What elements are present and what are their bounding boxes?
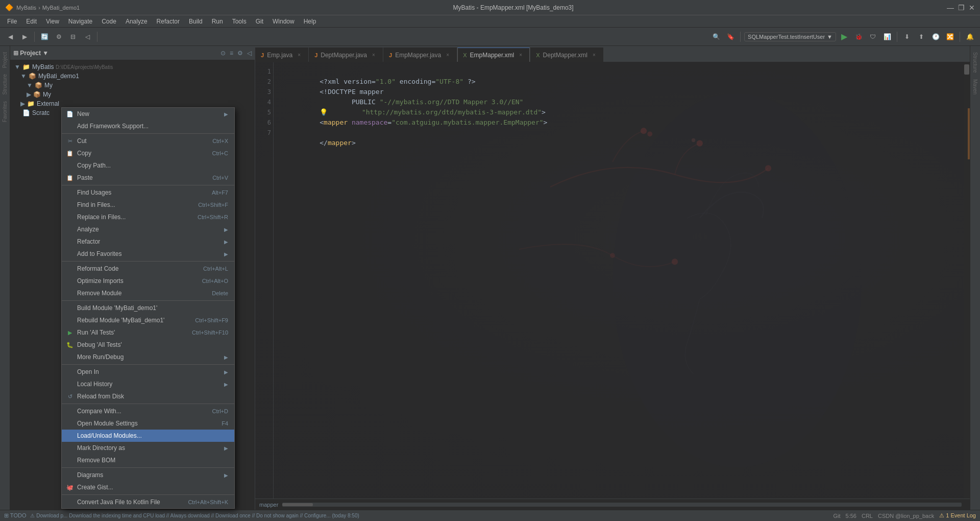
tab-close-1[interactable]: ×	[296, 52, 303, 59]
history-btn[interactable]: 🕐	[929, 31, 942, 43]
project-panel-label[interactable]: Project	[1, 50, 9, 70]
editor-content[interactable]: 1 2 3 4 5 6 7 <?xml version="1.0" encodi…	[255, 62, 970, 499]
ctx-more-run[interactable]: More Run/Debug ▶	[62, 351, 234, 363]
scrollbar-right[interactable]	[964, 62, 970, 499]
menu-window[interactable]: Window	[268, 17, 299, 26]
ctx-create-gist[interactable]: 🐙 Create Gist...	[62, 481, 234, 493]
tab-empmapper-xml[interactable]: X EmpMapper.xml ×	[457, 48, 530, 62]
code-editor[interactable]: <?xml version="1.0" encoding="UTF-8" ?> …	[274, 62, 964, 499]
menu-navigate[interactable]: Navigate	[64, 17, 96, 26]
tab-close-3[interactable]: ×	[444, 52, 451, 59]
project-toolbar-icon2[interactable]: ≡	[230, 50, 233, 57]
toolbar-collapse-btn[interactable]: ⊟	[67, 31, 79, 43]
ctx-find-files[interactable]: Find in Files... Ctrl+Shift+F	[62, 199, 234, 211]
tree-item-mybatis[interactable]: ▼ 📁 MyBatis D:\IDEA\projects\MyBatis	[10, 62, 255, 72]
tab-empmapper-java[interactable]: J EmpMapper.java ×	[383, 48, 457, 62]
close-button[interactable]: ✕	[969, 4, 975, 12]
notification-btn[interactable]: 🔔	[964, 31, 976, 43]
ctx-remove-module[interactable]: Remove Module Delete	[62, 287, 234, 299]
menu-build[interactable]: Build	[185, 17, 207, 26]
favorites-label[interactable]: Favorites	[1, 99, 9, 124]
line-ending[interactable]: CRL	[862, 513, 873, 519]
structure-panel-label[interactable]: Structure	[971, 50, 979, 75]
tab-deptmapper-java[interactable]: J DeptMapper.java ×	[309, 48, 383, 62]
todo-label[interactable]: ⊞ TODO	[4, 512, 26, 519]
project-toolbar-icon3[interactable]: ⚙	[237, 50, 243, 57]
tab-deptmapper-xml[interactable]: X DeptMapper.xml ×	[530, 48, 603, 62]
ctx-reformat[interactable]: Reformat Code Ctrl+Alt+L	[62, 263, 234, 275]
menu-view[interactable]: View	[42, 17, 63, 26]
ctx-optimize-imports[interactable]: Optimize Imports Ctrl+Alt+O	[62, 275, 234, 287]
ctx-copy[interactable]: 📋 Copy Ctrl+C	[62, 147, 234, 159]
run-button[interactable]: ▶	[838, 31, 850, 43]
git-update-btn[interactable]: ⬇	[901, 31, 913, 43]
toolbar-search-btn[interactable]: 🔍	[710, 31, 722, 43]
ctx-mark-dir[interactable]: Mark Directory as ▶	[62, 442, 234, 454]
ctx-build-module[interactable]: Build Module 'MyBati_demo1'	[62, 302, 234, 314]
ctx-load-unload[interactable]: Load/Unload Modules...	[62, 430, 234, 442]
toolbar-hide-btn[interactable]: ◁	[81, 31, 93, 43]
ctx-find-usages[interactable]: Find Usages Alt+F7	[62, 186, 234, 199]
menu-refactor[interactable]: Refactor	[153, 17, 184, 26]
ctx-replace-files[interactable]: Replace in Files... Ctrl+Shift+R	[62, 211, 234, 223]
menu-analyze[interactable]: Analyze	[121, 17, 152, 26]
profile-button[interactable]: 📊	[881, 31, 893, 43]
tree-item-my1[interactable]: ▼ 📦 My	[10, 81, 255, 90]
tree-item-label5: External	[37, 100, 59, 107]
menu-code[interactable]: Code	[97, 17, 120, 26]
debug-button[interactable]: 🐞	[852, 31, 865, 43]
git-status[interactable]: Git	[833, 513, 840, 519]
ctx-diagrams[interactable]: Diagrams ▶	[62, 469, 234, 481]
toolbar-settings-btn[interactable]: ⚙	[53, 31, 65, 43]
ctx-reload[interactable]: ↺ Reload from Disk	[62, 390, 234, 402]
ctx-rebuild-module[interactable]: Rebuild Module 'MyBati_demo1' Ctrl+Shift…	[62, 314, 234, 326]
ctx-open-in[interactable]: Open In ▶	[62, 366, 234, 378]
ctx-convert-kotlin[interactable]: Convert Java File to Kotlin File Ctrl+Al…	[62, 496, 234, 508]
ctx-local-history[interactable]: Local History ▶	[62, 378, 234, 390]
tab-close-4[interactable]: ×	[517, 52, 524, 59]
tab-emp-java[interactable]: J Emp.java ×	[255, 48, 308, 62]
maven-panel-label[interactable]: Maven	[971, 77, 979, 97]
ctx-paste[interactable]: 📋 Paste Ctrl+V	[62, 172, 234, 184]
menu-tools[interactable]: Tools	[228, 17, 251, 26]
breadcrumb-item-2[interactable]: MyBati_demo1	[42, 5, 80, 11]
tree-item-my2[interactable]: ▶ 📦 My	[10, 90, 255, 99]
menu-file[interactable]: File	[3, 17, 21, 26]
ctx-run-tests[interactable]: ▶ Run 'All Tests' Ctrl+Shift+F10	[62, 326, 234, 339]
toolbar-bookmark-btn[interactable]: 🔖	[724, 31, 737, 43]
ctx-analyze[interactable]: Analyze ▶	[62, 223, 234, 235]
tab-close-2[interactable]: ×	[370, 52, 377, 59]
coverage-button[interactable]: 🛡	[867, 31, 879, 43]
ctx-new[interactable]: 📄 New ▶	[62, 108, 234, 120]
tab-label-2: DeptMapper.java	[321, 52, 367, 59]
tab-close-5[interactable]: ×	[591, 52, 598, 59]
project-toolbar-icon4[interactable]: ◁	[247, 50, 252, 57]
ctx-compare[interactable]: Compare With... Ctrl+D	[62, 405, 234, 417]
ctx-cut[interactable]: ✂ Cut Ctrl+X	[62, 135, 234, 147]
ctx-add-favorites[interactable]: Add to Favorites ▶	[62, 248, 234, 260]
breadcrumb-item-1[interactable]: MyBatis	[16, 5, 36, 11]
ctx-refactor[interactable]: Refactor ▶	[62, 235, 234, 248]
menu-run[interactable]: Run	[208, 17, 227, 26]
menu-git[interactable]: Git	[252, 17, 267, 26]
vcs-btn[interactable]: 🔀	[944, 31, 956, 43]
ctx-copy-path[interactable]: Copy Path...	[62, 159, 234, 172]
ctx-add-framework[interactable]: Add Framework Support...	[62, 120, 234, 132]
run-config-selector[interactable]: SQLMapperTest.testInsertUser ▼	[744, 32, 836, 41]
tree-item-mybati-demo1[interactable]: ▼ 📦 MyBati_demo1	[10, 72, 255, 81]
menu-help[interactable]: Help	[300, 17, 321, 26]
minimize-button[interactable]: —	[947, 4, 954, 12]
toolbar-forward-btn[interactable]: ▶	[18, 31, 31, 43]
structure-label[interactable]: Structure	[1, 72, 9, 97]
maximize-button[interactable]: ❐	[958, 4, 965, 12]
git-push-btn[interactable]: ⬆	[915, 31, 927, 43]
ctx-module-settings[interactable]: Open Module Settings F4	[62, 417, 234, 430]
ctx-debug-tests[interactable]: 🐛 Debug 'All Tests'	[62, 339, 234, 351]
event-log[interactable]: ⚠ 1 Event Log	[939, 512, 976, 519]
ctx-remove-bom[interactable]: Remove BOM	[62, 454, 234, 466]
toolbar-sync-btn[interactable]: 🔄	[38, 31, 51, 43]
menu-edit[interactable]: Edit	[22, 17, 41, 26]
toolbar-back-btn[interactable]: ◀	[4, 31, 16, 43]
project-toolbar-icon1[interactable]: ⊙	[220, 50, 226, 57]
horizontal-scrollbar[interactable]	[282, 503, 962, 507]
